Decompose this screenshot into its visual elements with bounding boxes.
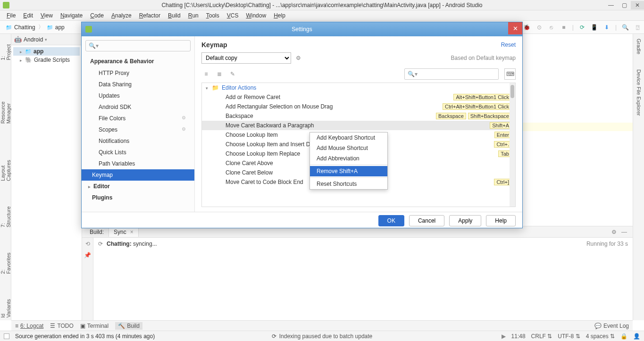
stop-icon[interactable]: ■ xyxy=(560,24,568,31)
close-button[interactable]: ✕ xyxy=(631,1,644,9)
search-icon[interactable]: 🔍 xyxy=(621,24,629,31)
toolwin-logcat[interactable]: ≡6: Logcat xyxy=(15,323,43,329)
keymap-row[interactable]: Add or Remove CaretAlt+Shift+Button1 Cli… xyxy=(202,92,515,102)
maximize-button[interactable]: ▢ xyxy=(618,1,631,9)
tool-tab-gradle[interactable]: Gradle xyxy=(635,36,643,57)
tool-tab-1--project[interactable]: 1: Project xyxy=(0,36,12,63)
project-panel-header[interactable]: 🤖 Android ▾ xyxy=(11,34,82,45)
nav-item-plugins[interactable]: Plugins xyxy=(82,192,194,203)
project-tree[interactable]: app 🐘 Gradle Scripts xyxy=(11,45,82,66)
menu-tools[interactable]: Tools xyxy=(202,11,223,20)
help-button[interactable]: Help xyxy=(486,215,516,226)
ok-button[interactable]: OK xyxy=(378,215,404,226)
menu-analyze[interactable]: Analyze xyxy=(108,11,135,20)
toolwin-terminal[interactable]: ▣Terminal xyxy=(80,323,109,329)
nav-item-path-variables[interactable]: Path Variables xyxy=(82,158,194,169)
indent[interactable]: 4 spaces ⇅ xyxy=(586,333,615,340)
debug-icon[interactable]: 🐞 xyxy=(523,24,531,31)
gear-icon[interactable]: ⚙ xyxy=(611,229,617,235)
tree-item-gradle[interactable]: 🐘 Gradle Scripts xyxy=(13,56,80,64)
keymap-row[interactable]: Add Rectangular Selection on Mouse DragC… xyxy=(202,102,515,111)
expand-icon[interactable] xyxy=(206,84,209,91)
expand-icon[interactable] xyxy=(20,57,23,63)
menu-code[interactable]: Code xyxy=(86,11,108,20)
context-item-reset[interactable]: Reset Shortcuts xyxy=(310,179,387,189)
apply-button[interactable]: Apply xyxy=(449,215,481,226)
nav-item-android-sdk[interactable]: Android SDK xyxy=(82,101,194,113)
help-icon[interactable]: ⍰ xyxy=(634,24,641,31)
close-icon[interactable]: × xyxy=(130,229,134,235)
nav-group-appearance[interactable]: Appearance & Behavior xyxy=(82,55,194,67)
context-item-add-abbreviation[interactable]: Add Abbreviation xyxy=(310,153,387,164)
dialog-title-bar[interactable]: Settings ✕ xyxy=(82,22,522,36)
nav-item-updates[interactable]: Updates xyxy=(82,90,194,101)
menu-file[interactable]: File xyxy=(3,11,19,20)
dialog-close-button[interactable]: ✕ xyxy=(508,22,522,34)
line-ending[interactable]: CRLF ⇅ xyxy=(531,333,552,340)
nav-item-editor[interactable]: Editor xyxy=(82,181,194,192)
reset-link[interactable]: Reset xyxy=(501,42,516,48)
keymap-tree-header[interactable]: 📁 Editor Actions xyxy=(202,83,515,92)
tool-tab-layout-captures[interactable]: Layout Captures xyxy=(0,141,12,184)
toolwin-todo[interactable]: ☰TODO xyxy=(50,323,73,329)
menu-edit[interactable]: Edit xyxy=(19,11,37,20)
expand-all-icon[interactable]: ≡ xyxy=(201,69,211,79)
tool-tab-2--favorites[interactable]: 2: Favorites xyxy=(0,244,12,277)
nav-item-keymap[interactable]: Keymap xyxy=(82,169,194,181)
context-item-add-keyboard-shortcut[interactable]: Add Keyboard Shortcut xyxy=(310,133,387,143)
find-by-shortcinto-button[interactable]: ⌨ xyxy=(504,68,516,80)
menu-view[interactable]: View xyxy=(37,11,57,20)
breadcrumb-root[interactable]: Chatting xyxy=(3,23,38,32)
nav-item-http-proxy[interactable]: HTTP Proxy xyxy=(82,67,194,79)
expand-icon[interactable] xyxy=(20,48,23,55)
lock-icon[interactable]: 🔒 xyxy=(620,333,627,340)
page-title: Keymap xyxy=(201,41,227,49)
nav-item-quick-lists[interactable]: Quick Lists xyxy=(82,147,194,158)
menu-navigate[interactable]: Navigate xyxy=(57,11,86,20)
avd-icon[interactable]: 📱 xyxy=(591,24,598,31)
keymap-row[interactable]: BackspaceBackspaceShift+Backspace xyxy=(202,111,515,121)
context-item-remove[interactable]: Remove Shift+A xyxy=(310,166,387,176)
tool-tab-7--structure[interactable]: 7: Structure xyxy=(0,198,12,230)
inspector-icon[interactable]: 👤 xyxy=(633,333,640,340)
gear-icon[interactable]: ⚙ xyxy=(296,55,301,61)
keymap-row[interactable]: Move Caret Backward a ParagraphShift+A xyxy=(202,121,515,130)
keymap-scheme-select[interactable]: Default copy xyxy=(201,52,291,64)
sdk-icon[interactable]: ⬇ xyxy=(603,24,611,31)
toolwin-event-log[interactable]: 💬Event Log xyxy=(594,323,629,329)
context-item-add-mouse-shortcut[interactable]: Add Mouse Shortcut xyxy=(310,143,387,153)
sync-icon[interactable]: ⟳ xyxy=(578,24,586,31)
edit-icon[interactable]: ✎ xyxy=(228,69,237,79)
attach-icon[interactable]: ⎋ xyxy=(548,24,555,31)
collapse-all-icon[interactable]: ≣ xyxy=(215,69,224,79)
status-widget-icon[interactable] xyxy=(4,333,9,339)
nav-item-file-colors[interactable]: File Colors xyxy=(82,113,194,124)
nav-item-scopes[interactable]: Scopes xyxy=(82,124,194,135)
keymap-search-input[interactable]: 🔍▾ xyxy=(404,68,499,80)
nav-item-data-sharing[interactable]: Data Sharing xyxy=(82,79,194,90)
tool-tab-device-file-explorer[interactable]: Device File Explorer xyxy=(635,67,643,118)
minimize-button[interactable]: — xyxy=(604,1,618,9)
encoding[interactable]: UTF-8 ⇅ xyxy=(558,333,580,340)
scrollbar[interactable] xyxy=(510,83,515,207)
breadcrumb-app[interactable]: app xyxy=(44,23,67,32)
menu-help[interactable]: Help xyxy=(270,11,289,20)
menu-refactor[interactable]: Refactor xyxy=(135,11,164,20)
play-icon[interactable]: ▶ xyxy=(502,333,506,340)
left-tool-rail: 1: ProjectResource ManagerLayout Capture… xyxy=(0,34,11,320)
menu-window[interactable]: Window xyxy=(242,11,270,20)
menu-vcs[interactable]: VCS xyxy=(223,11,243,20)
nav-item-notifications[interactable]: Notifications xyxy=(82,135,194,147)
cancel-button[interactable]: Cancel xyxy=(409,215,444,226)
tool-tab-resource-manager[interactable]: Resource Manager xyxy=(0,77,12,126)
caret-position[interactable]: 11:48 xyxy=(511,333,526,340)
tool-tab-ld-variants[interactable]: ld Variants xyxy=(0,291,12,320)
minimize-icon[interactable]: — xyxy=(621,229,627,235)
profile-icon[interactable]: ⊙ xyxy=(535,24,543,31)
toolwin-build[interactable]: 🔨Build xyxy=(115,322,142,330)
tree-item-app[interactable]: app xyxy=(13,47,80,56)
scroll-thumb[interactable] xyxy=(510,85,514,98)
settings-search-input[interactable]: 🔍▾ xyxy=(85,40,191,51)
menu-run[interactable]: Run xyxy=(184,11,202,20)
menu-build[interactable]: Build xyxy=(164,11,184,20)
